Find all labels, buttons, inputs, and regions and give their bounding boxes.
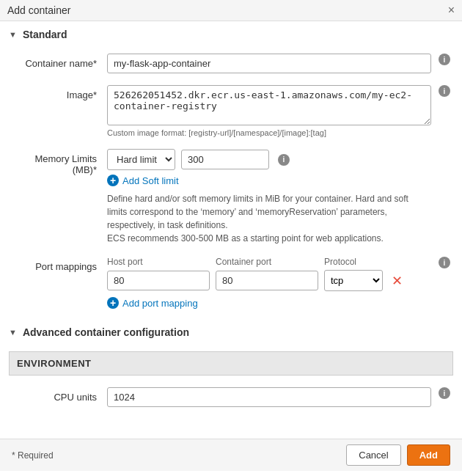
environment-subsection: ENVIRONMENT [9, 351, 453, 376]
memory-type-select[interactable]: Hard limit Soft limit [107, 149, 175, 170]
add-port-mapping-plus-icon: + [107, 297, 119, 309]
required-note: * Required [12, 450, 54, 461]
add-soft-limit-plus-icon: + [107, 175, 119, 186]
advanced-section-title: Advanced container configuration [23, 326, 189, 338]
add-port-mapping-link[interactable]: + Add port mapping [107, 297, 198, 309]
port-mappings-label: Port mappings [12, 257, 107, 272]
modal-title: Add container [7, 4, 70, 16]
container-name-info-icon[interactable]: i [439, 54, 450, 65]
container-name-group: Container name* i [0, 48, 462, 79]
port-mapping-row: tcp udp ✕ [107, 270, 431, 291]
standard-section-title: Standard [23, 29, 67, 40]
cpu-units-field-row: i [107, 387, 450, 407]
protocol-select[interactable]: tcp udp [324, 270, 383, 291]
add-soft-limit-label: Add Soft limit [122, 175, 179, 186]
close-button[interactable]: × [448, 4, 455, 16]
memory-info-icon[interactable]: i [278, 154, 290, 166]
cpu-units-info-icon[interactable]: i [439, 387, 450, 399]
advanced-section: ▼ Advanced container configuration ENVIR… [0, 319, 462, 413]
advanced-section-arrow: ▼ [9, 328, 17, 337]
cpu-units-input[interactable] [107, 387, 431, 407]
port-column-headers: Host port Container port Protocol [107, 257, 431, 267]
advanced-section-header[interactable]: ▼ Advanced container configuration [0, 319, 462, 345]
modal-header: Add container × [0, 0, 462, 21]
memory-info-line3: respectively, in task definitions. [107, 220, 228, 230]
port-mappings-group: Port mappings Host port Container port P… [0, 251, 462, 315]
footer-buttons: Cancel Add [346, 444, 450, 466]
image-info-icon[interactable]: i [439, 85, 450, 97]
container-port-input[interactable] [216, 271, 318, 290]
cancel-button[interactable]: Cancel [346, 444, 400, 466]
host-port-column-label: Host port [107, 257, 210, 267]
standard-section-header[interactable]: ▼ Standard [0, 21, 462, 48]
image-content: 526262051452.dkr.ecr.us-east-1.amazonaws… [107, 85, 450, 137]
memory-info-line4: ECS recommends 300-500 MB as a starting … [107, 233, 384, 244]
memory-info-text: Define hard and/or soft memory limits in… [107, 192, 450, 245]
modal-footer: * Required Cancel Add [0, 439, 462, 471]
container-name-label: Container name* [12, 54, 107, 69]
add-port-mapping-label: Add port mapping [122, 298, 198, 309]
container-name-content: i [107, 54, 450, 73]
memory-value-input[interactable] [181, 150, 269, 169]
add-button[interactable]: Add [407, 444, 450, 466]
add-soft-limit-link[interactable]: + Add Soft limit [107, 175, 179, 186]
memory-info-line2: limits correspond to the ‘memory’ and ‘m… [107, 207, 387, 217]
port-mappings-content: Host port Container port Protocol tcp ud… [107, 257, 450, 309]
image-input[interactable]: 526262051452.dkr.ecr.us-east-1.amazonaws… [107, 85, 431, 125]
memory-limits-content: Hard limit Soft limit i + Add Soft limit… [107, 149, 450, 245]
image-field-row: 526262051452.dkr.ecr.us-east-1.amazonaws… [107, 85, 450, 125]
environment-subsection-header: ENVIRONMENT [10, 352, 452, 375]
container-name-input[interactable] [107, 54, 431, 73]
memory-limits-group: Memory Limits (MB)* Hard limit Soft limi… [0, 143, 462, 251]
port-mappings-info-icon[interactable]: i [439, 257, 450, 268]
host-port-input[interactable] [107, 271, 210, 290]
cpu-units-content: i [107, 387, 450, 407]
modal-body: ▼ Standard Container name* i Image* 5262… [0, 21, 462, 439]
container-name-field-row: i [107, 54, 450, 73]
memory-limits-label: Memory Limits (MB)* [12, 149, 107, 175]
protocol-column-label: Protocol [324, 257, 390, 267]
image-group: Image* 526262051452.dkr.ecr.us-east-1.am… [0, 79, 462, 143]
image-label: Image* [12, 85, 107, 100]
standard-section-arrow: ▼ [9, 30, 17, 39]
remove-port-mapping-button[interactable]: ✕ [389, 274, 406, 288]
image-hint: Custom image format: [registry-url]/[nam… [107, 128, 450, 137]
memory-info-line1: Define hard and/or soft memory limits in… [107, 194, 408, 204]
memory-row: Hard limit Soft limit [107, 149, 269, 170]
container-port-column-label: Container port [216, 257, 318, 267]
cpu-units-group: CPU units i [0, 381, 462, 413]
cpu-units-label: CPU units [12, 387, 107, 403]
